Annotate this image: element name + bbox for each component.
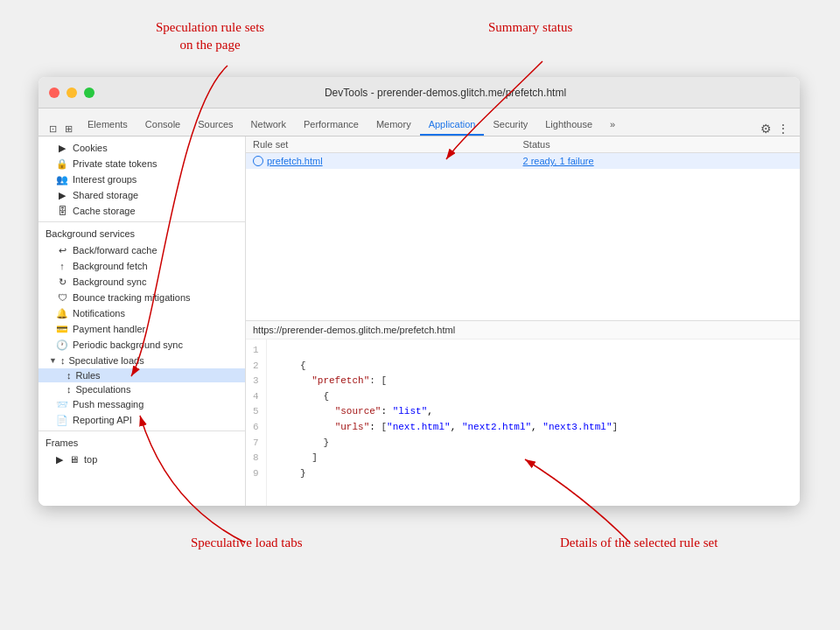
background-services-header: Background services: [38, 225, 245, 242]
divider-2: [38, 430, 245, 431]
sidebar-item-shared-storage[interactable]: ▶ Shared storage: [38, 187, 245, 203]
sidebar-item-background-fetch[interactable]: ↑ Background fetch: [38, 258, 245, 274]
sidebar-child-speculations[interactable]: ↕ Speculations: [38, 382, 245, 396]
sidebar-item-cache-storage-label: Cache storage: [73, 206, 136, 216]
tab-memory[interactable]: Memory: [368, 116, 420, 136]
devtools-icon-tabs: ⊡ ⊞: [42, 122, 79, 136]
globe-icon: [253, 156, 263, 166]
title-bar: DevTools - prerender-demos.glitch.me/pre…: [38, 77, 800, 108]
sidebar-item-private-state-label: Private state tokens: [73, 158, 158, 169]
annotation-summary-status: Summary status: [488, 19, 572, 37]
speculative-loads-icon: ↕: [60, 355, 66, 366]
tab-application[interactable]: Application: [420, 116, 485, 136]
devtools-body: ▶ Cookies 🔒 Private state tokens 👥 Inter…: [38, 136, 800, 506]
speculations-icon: ↕: [66, 384, 72, 395]
devtools-icon-console[interactable]: ⊞: [61, 122, 75, 136]
line-num-9: 9: [253, 466, 259, 482]
sidebar-item-push-messaging-label: Push messaging: [73, 399, 144, 410]
cookies-icon: ▶: [56, 142, 68, 154]
table-row[interactable]: prefetch.html 2 ready, 1 failure: [246, 153, 800, 169]
speculative-loads-group[interactable]: ▼ ↕ Speculative loads: [38, 353, 245, 368]
sidebar-item-cookies[interactable]: ▶ Cookies: [38, 140, 245, 156]
private-state-icon: 🔒: [56, 158, 68, 170]
sidebar-item-bounce-tracking[interactable]: 🛡 Bounce tracking mitigations: [38, 290, 245, 305]
browser-window: DevTools - prerender-demos.glitch.me/pre…: [38, 77, 800, 506]
line-num-5: 5: [253, 404, 259, 420]
line-num-1: 1: [253, 343, 259, 359]
sidebar-item-top[interactable]: ▶ 🖥 top: [38, 452, 245, 467]
traffic-light-green[interactable]: [84, 88, 94, 98]
notifications-icon: 🔔: [56, 307, 68, 319]
sidebar-item-interest-groups-label: Interest groups: [73, 174, 136, 185]
sidebar-item-reporting-api[interactable]: 📄 Reporting API: [38, 412, 245, 428]
devtools-icon-elements[interactable]: ⊡: [46, 122, 60, 136]
table-header: Rule set Status: [246, 136, 800, 153]
code-line-4: {: [277, 389, 789, 405]
status-link[interactable]: 2 ready, 1 failure: [523, 156, 594, 166]
code-body: 1 2 3 4 5 6 7 8 9 { "prefetch": [: [246, 340, 800, 506]
code-url-text: https://prerender-demos.glitch.me/prefet…: [253, 325, 455, 335]
tabs-right-controls: ⚙ ⋮: [760, 122, 796, 136]
traffic-light-yellow[interactable]: [66, 88, 77, 98]
divider-1: [38, 221, 245, 222]
sidebar-item-periodic-sync[interactable]: 🕐 Periodic background sync: [38, 337, 245, 353]
sidebar-item-bounce-tracking-label: Bounce tracking mitigations: [73, 292, 191, 303]
annotation-details-selected: Details of the selected rule set: [560, 535, 718, 552]
sidebar: ▶ Cookies 🔒 Private state tokens 👥 Inter…: [38, 136, 246, 506]
rules-icon: ↕: [66, 370, 72, 381]
push-messaging-icon: 📨: [56, 398, 68, 410]
sidebar-item-reporting-api-label: Reporting API: [73, 415, 132, 425]
speculative-loads-label: Speculative loads: [68, 355, 144, 366]
sidebar-item-background-fetch-label: Background fetch: [73, 261, 148, 271]
code-url-bar: https://prerender-demos.glitch.me/prefet…: [246, 321, 800, 340]
tab-elements[interactable]: Elements: [79, 116, 136, 136]
sidebar-item-backforward[interactable]: ↩ Back/forward cache: [38, 242, 245, 258]
code-line-8: ]: [277, 451, 789, 466]
settings-icon[interactable]: ⚙: [760, 122, 772, 136]
sidebar-item-background-sync[interactable]: ↻ Background sync: [38, 274, 245, 290]
code-line-3: "prefetch": [: [277, 374, 789, 389]
tab-more[interactable]: »: [601, 116, 624, 136]
frames-header: Frames: [38, 434, 245, 452]
backforward-icon: ↩: [56, 244, 68, 256]
sidebar-item-payment-handler-label: Payment handler: [73, 324, 145, 334]
sidebar-item-backforward-label: Back/forward cache: [73, 245, 158, 256]
sidebar-item-shared-storage-label: Shared storage: [73, 190, 138, 200]
speculative-loads-toggle: ▼: [49, 356, 57, 365]
tab-sources[interactable]: Sources: [189, 116, 242, 136]
sidebar-item-payment-handler[interactable]: 💳 Payment handler: [38, 321, 245, 337]
sidebar-item-background-sync-label: Background sync: [73, 276, 146, 287]
sidebar-item-push-messaging[interactable]: 📨 Push messaging: [38, 396, 245, 412]
tab-network[interactable]: Network: [242, 116, 295, 136]
code-line-7: }: [277, 436, 789, 452]
sidebar-item-notifications[interactable]: 🔔 Notifications: [38, 305, 245, 321]
sidebar-child-speculations-label: Speculations: [76, 384, 131, 395]
background-sync-icon: ↻: [56, 276, 68, 288]
sidebar-item-private-state[interactable]: 🔒 Private state tokens: [38, 156, 245, 172]
more-options-icon[interactable]: ⋮: [777, 122, 789, 136]
reporting-api-icon: 📄: [56, 414, 68, 426]
line-num-2: 2: [253, 359, 259, 374]
col-header-status: Status: [523, 139, 794, 150]
col-header-ruleset: Rule set: [253, 139, 523, 150]
bounce-tracking-icon: 🛡: [56, 291, 68, 304]
code-content: { "prefetch": [ { "source": "list", "url…: [267, 340, 800, 506]
tab-lighthouse[interactable]: Lighthouse: [536, 116, 601, 136]
traffic-light-red[interactable]: [49, 88, 60, 98]
tab-console[interactable]: Console: [136, 116, 189, 136]
status-cell: 2 ready, 1 failure: [523, 156, 794, 166]
annotation-speculation-role: Speculation rule setson the page: [156, 19, 264, 53]
periodic-sync-icon: 🕐: [56, 339, 68, 351]
line-num-4: 4: [253, 389, 259, 405]
tab-security[interactable]: Security: [484, 116, 536, 136]
sidebar-child-rules[interactable]: ↕ Rules: [38, 368, 245, 382]
tab-performance[interactable]: Performance: [295, 116, 368, 136]
sidebar-item-interest-groups[interactable]: 👥 Interest groups: [38, 172, 245, 187]
ruleset-link[interactable]: prefetch.html: [253, 156, 523, 166]
line-num-8: 8: [253, 451, 259, 466]
line-numbers: 1 2 3 4 5 6 7 8 9: [246, 340, 267, 506]
sidebar-item-cache-storage[interactable]: 🗄 Cache storage: [38, 203, 245, 219]
line-num-3: 3: [253, 374, 259, 389]
frames-toggle: ▶: [56, 454, 63, 466]
shared-storage-icon: ▶: [56, 189, 68, 201]
